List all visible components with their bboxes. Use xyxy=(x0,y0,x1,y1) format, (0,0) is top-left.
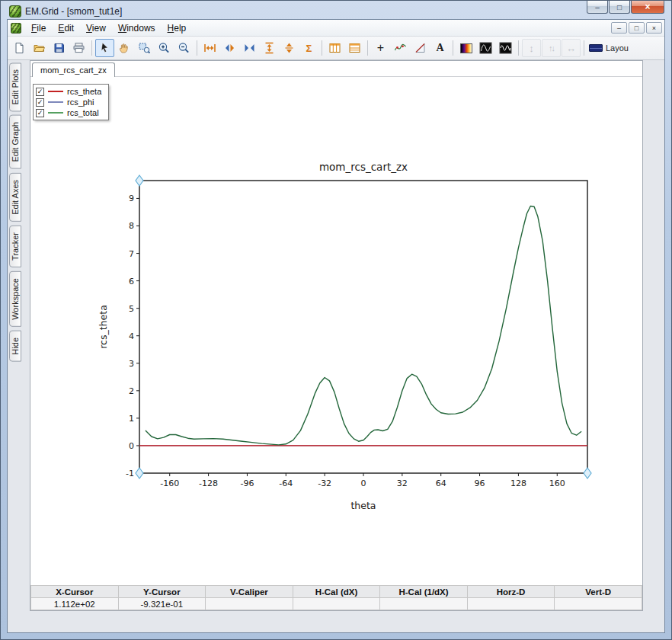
x-axis-label: theta xyxy=(350,500,376,511)
new-file-button[interactable] xyxy=(10,39,29,57)
print-icon xyxy=(72,42,85,54)
toolbar-separator xyxy=(584,40,584,56)
cursor-col-header: H-Cal (dX) xyxy=(293,586,380,598)
legend-checkbox-rcs-phi[interactable]: ✓ xyxy=(36,98,44,107)
add-marker-button[interactable]: + xyxy=(371,39,390,57)
sidebar-item-edit-axes[interactable]: Edit Axes xyxy=(9,173,21,222)
expand-y-button[interactable] xyxy=(280,39,299,57)
zoom-region-icon xyxy=(138,42,151,54)
sidebar-item-tracker[interactable]: Tracker xyxy=(9,226,21,267)
cursor-col-header: V-Caliper xyxy=(206,586,293,598)
minimize-button[interactable]: – xyxy=(587,1,608,14)
fit-height-button[interactable] xyxy=(260,39,279,57)
toolbar-separator xyxy=(322,40,322,56)
fit-width-button[interactable] xyxy=(200,39,219,57)
open-file-button[interactable] xyxy=(30,39,49,57)
app-logo-icon xyxy=(9,5,21,18)
mdi-window-controls: – □ × xyxy=(611,22,662,34)
select-tool-button[interactable] xyxy=(95,39,114,57)
legend-label-rcs-theta: rcs_theta xyxy=(67,87,101,96)
x-tick-label: 32 xyxy=(397,478,408,488)
cursor-table-header-row: X-Cursor Y-Cursor V-Caliper H-Cal (dX) H… xyxy=(31,586,642,598)
cursor-table-value-row: 1.112e+02 -9.321e-01 xyxy=(31,598,642,610)
h-cal-1dx-value xyxy=(380,598,468,610)
plot-frame xyxy=(139,181,587,473)
v-fit-disabled-button: ↕ xyxy=(522,39,541,57)
column-layout-button[interactable] xyxy=(325,39,344,57)
window-inner-frame: File Edit View Windows Help – □ × xyxy=(7,19,665,633)
colormap-button[interactable] xyxy=(456,39,475,57)
toolbar-separator xyxy=(518,40,519,56)
row-layout-button[interactable] xyxy=(345,39,364,57)
tracker-tool-button[interactable] xyxy=(391,39,410,57)
legend-checkbox-rcs-total[interactable]: ✓ xyxy=(36,109,44,117)
chart-canvas[interactable]: -160-128-96-64-320326496128160-101234567… xyxy=(95,153,598,515)
legend-label-rcs-phi: rcs_phi xyxy=(67,98,94,107)
waveform-dark2-icon xyxy=(499,42,512,54)
window-title: EM.Grid - [smom_tut1e] xyxy=(25,6,122,17)
sidebar-item-hide[interactable]: Hide xyxy=(9,331,21,362)
layout-button[interactable]: Layou xyxy=(587,43,630,53)
waveform-dark2-button[interactable] xyxy=(496,39,515,57)
mdi-minimize-button[interactable]: – xyxy=(611,22,627,34)
sidebar-item-edit-graph[interactable]: Edit Graph xyxy=(9,115,21,169)
legend-swatch-rcs-phi xyxy=(48,101,63,103)
legend-swatch-rcs-total xyxy=(48,112,63,114)
collapse-x-button[interactable] xyxy=(240,39,259,57)
menu-file[interactable]: File xyxy=(25,21,52,35)
zoom-out-button[interactable] xyxy=(174,39,194,57)
close-button[interactable]: × xyxy=(631,1,664,14)
zoom-region-button[interactable] xyxy=(135,39,154,57)
menu-view[interactable]: View xyxy=(80,21,112,35)
text-a-icon: A xyxy=(436,43,443,53)
menu-edit[interactable]: Edit xyxy=(52,21,80,35)
waveform-dark-button[interactable] xyxy=(476,39,495,57)
text-tool-button[interactable]: A xyxy=(430,39,450,57)
x-tick-label: -32 xyxy=(318,478,331,488)
zoom-in-button[interactable] xyxy=(155,39,174,57)
legend-label-rcs-total: rcs_total xyxy=(67,108,99,117)
save-button[interactable] xyxy=(50,39,69,57)
x-tick-label: 160 xyxy=(549,478,565,488)
side-tab-strip: Edit Plots Edit Graph Edit Axes Tracker … xyxy=(8,60,30,611)
document-tab[interactable]: mom_rcs_cart_zx xyxy=(32,62,115,77)
y-tick-label: 0 xyxy=(129,441,134,451)
y-tick-label: 2 xyxy=(129,386,134,396)
menu-help[interactable]: Help xyxy=(162,21,193,35)
y-tick-label: 4 xyxy=(129,331,134,341)
legend-item: ✓ rcs_theta xyxy=(35,86,102,97)
y-tick-label: -1 xyxy=(126,469,134,478)
expand-y-icon xyxy=(283,42,296,54)
cursor-col-header: H-Cal (1/dX) xyxy=(380,586,468,598)
fit-height-icon xyxy=(263,42,276,54)
menu-windows[interactable]: Windows xyxy=(112,21,162,35)
autoscale-button[interactable]: Σ xyxy=(299,39,318,57)
sidebar-item-workspace[interactable]: Workspace xyxy=(9,271,21,327)
titlebar: EM.Grid - [smom_tut1e] – □ × xyxy=(7,1,665,19)
pan-tool-button[interactable] xyxy=(115,39,134,57)
maximize-button[interactable]: □ xyxy=(609,1,630,14)
vert-d-value xyxy=(555,598,642,610)
x-tick-label: -64 xyxy=(279,478,293,488)
y-axis-label: rcs_theta xyxy=(98,305,109,349)
slope-tool-button[interactable] xyxy=(411,39,430,57)
toolbar-separator xyxy=(367,40,368,56)
app-window: EM.Grid - [smom_tut1e] – □ × File Edit V… xyxy=(0,0,672,640)
layout-label: Layou xyxy=(606,43,629,53)
cursor-col-header: Vert-D xyxy=(555,586,642,598)
legend-checkbox-rcs-theta[interactable]: ✓ xyxy=(36,88,44,96)
slope-triangle-icon xyxy=(414,42,427,54)
y-tick-label: 9 xyxy=(129,194,134,203)
y-cursor-value: -9.321e-01 xyxy=(118,598,206,610)
x-cursor-value: 1.112e+02 xyxy=(31,598,119,610)
legend-item: ✓ rcs_phi xyxy=(35,97,102,107)
mdi-restore-button[interactable]: □ xyxy=(629,22,645,34)
sidebar-item-edit-plots[interactable]: Edit Plots xyxy=(9,62,21,111)
toolbar-separator xyxy=(91,40,92,56)
print-button[interactable] xyxy=(69,39,88,57)
window-controls: – □ × xyxy=(587,1,664,14)
page-arrows-button[interactable] xyxy=(220,39,239,57)
mdi-close-button[interactable]: × xyxy=(646,22,662,34)
x-tick-label: 0 xyxy=(361,478,366,488)
v-fit-icon: ↕ xyxy=(529,43,534,53)
